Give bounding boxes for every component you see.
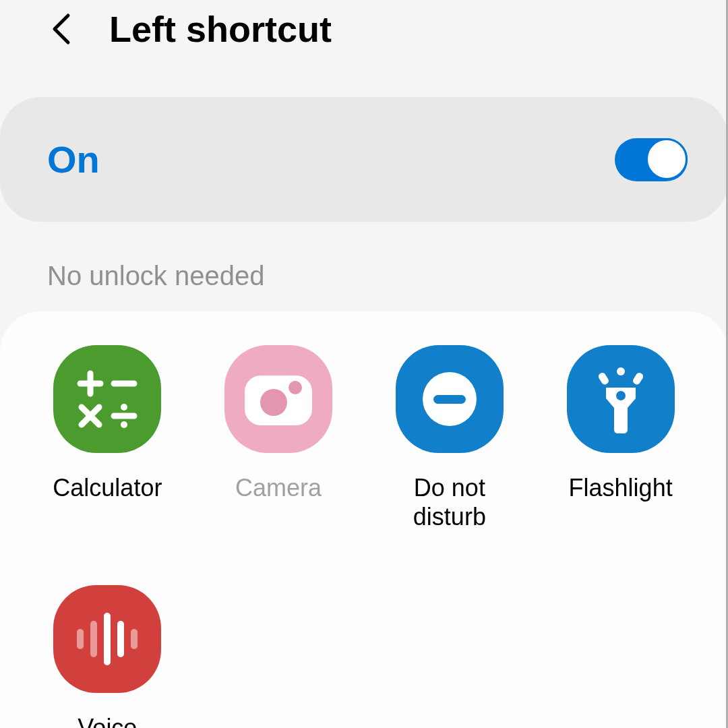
toggle-card[interactable]: On [0, 97, 728, 222]
app-label: Camera [235, 473, 322, 502]
toggle-switch[interactable] [615, 138, 688, 181]
do-not-disturb-icon [396, 345, 504, 453]
app-card: Calculator Camera Do not disturb [0, 311, 728, 728]
app-label: Do not disturb [376, 473, 524, 531]
svg-point-6 [121, 404, 127, 411]
app-item-do-not-disturb[interactable]: Do not disturb [376, 345, 524, 531]
toggle-knob [646, 138, 688, 180]
svg-point-13 [617, 367, 625, 375]
voice-icon [53, 585, 161, 693]
calculator-icon [53, 345, 161, 453]
svg-point-10 [289, 381, 302, 394]
app-item-calculator[interactable]: Calculator [34, 345, 181, 531]
back-button[interactable] [47, 15, 75, 43]
section-label: No unlock needed [0, 222, 728, 311]
flashlight-icon [567, 345, 675, 453]
app-label: Flashlight [569, 473, 673, 502]
svg-rect-12 [433, 395, 466, 404]
app-grid: Calculator Camera Do not disturb [34, 345, 694, 728]
app-item-flashlight[interactable]: Flashlight [547, 345, 694, 531]
app-item-camera[interactable]: Camera [205, 345, 353, 531]
svg-point-16 [616, 391, 626, 400]
page-title: Left shortcut [109, 8, 332, 50]
toggle-label: On [47, 138, 100, 181]
header: Left shortcut [0, 0, 728, 77]
camera-icon [224, 345, 332, 453]
svg-point-9 [260, 389, 287, 416]
app-item-voice[interactable]: Voice [34, 585, 181, 728]
svg-rect-14 [597, 371, 610, 386]
chevron-left-icon [51, 13, 72, 45]
svg-rect-15 [632, 371, 644, 386]
svg-point-7 [121, 421, 127, 428]
app-label: Voice [78, 713, 137, 728]
app-label: Calculator [53, 473, 162, 502]
